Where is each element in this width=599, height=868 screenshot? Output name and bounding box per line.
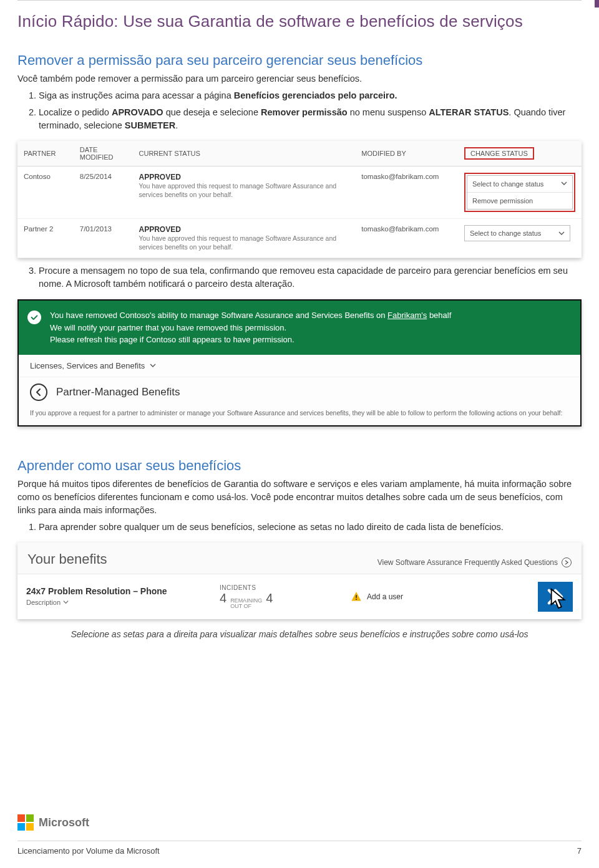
faq-link[interactable]: View Software Assurance Frequently Asked… (377, 557, 572, 567)
text: . (175, 120, 178, 130)
th-change-status: CHANGE STATUS (458, 141, 582, 166)
instruction-list-2: Procure a mensagem no topo de sua tela, … (17, 264, 582, 291)
footer-left-text: Licenciamento por Volume da Microsoft (17, 846, 160, 856)
confirmation-banner-screenshot: You have removed Contoso's ability to ma… (17, 299, 582, 426)
th-current-status: CURRENT STATUS (133, 141, 356, 166)
banner-line-1: You have removed Contoso's ability to ma… (50, 309, 570, 322)
benefit-row: 24x7 Problem Resolution – Phone Descript… (17, 574, 582, 619)
text: You have removed Contoso's ability to ma… (50, 311, 387, 320)
your-benefits-screenshot: Your benefits View Software Assurance Fr… (17, 542, 582, 619)
section-heading-learn-benefits: Aprender como usar seus benefícios (17, 458, 582, 474)
incidents-remaining: 4 (220, 591, 226, 605)
cell-change-status: Select to change status (458, 219, 582, 258)
status-approved: APPROVED (139, 173, 349, 181)
status-description: You have approved this request to manage… (139, 181, 349, 199)
page-heading-row: Partner-Managed Benefits (19, 377, 580, 408)
cell-status: APPROVED You have approved this request … (133, 219, 356, 258)
dropdown-selected[interactable]: Select to change status (467, 176, 572, 193)
table-row: Contoso 8/25/2014 APPROVED You have appr… (17, 166, 582, 219)
svg-rect-0 (356, 595, 357, 598)
partner-table: PARTNER DATE MODIFIED CURRENT STATUS MOD… (17, 141, 582, 258)
status-approved: APPROVED (139, 225, 349, 234)
your-benefits-title: Your benefits (27, 551, 107, 567)
th-date-modified: DATE MODIFIED (74, 141, 133, 166)
breadcrumb-label: Licenses, Services and Benefits (30, 361, 145, 370)
microsoft-logo-icon (17, 814, 34, 831)
text: behalf (427, 311, 451, 320)
instruction-list-3: Para aprender sobre qualquer um de seus … (17, 521, 582, 534)
text: no menu suspenso (348, 107, 429, 117)
status-description: You have approved this request to manage… (139, 234, 349, 251)
partner-table-screenshot: PARTNER DATE MODIFIED CURRENT STATUS MOD… (17, 141, 582, 258)
dropdown-label: Select to change status (472, 180, 543, 188)
dropdown-label: Select to change status (470, 229, 541, 237)
figure-caption: Selecione as setas para a direita para v… (17, 629, 582, 639)
page-title: Início Rápido: Use sua Garantia de softw… (17, 1, 582, 35)
success-banner: You have removed Contoso's ability to ma… (19, 301, 580, 355)
benefit-info: 24x7 Problem Resolution – Phone Descript… (26, 586, 213, 607)
chevron-down-icon (150, 361, 156, 370)
cell-date: 8/25/2014 (74, 166, 133, 219)
section2-paragraph: Porque há muitos tipos diferentes de ben… (17, 478, 582, 517)
faq-label: View Software Assurance Frequently Asked… (377, 558, 558, 567)
microsoft-logo: Microsoft (17, 814, 89, 831)
benefit-description-toggle[interactable]: Description (26, 599, 69, 606)
dropdown-option-remove-permission[interactable]: Remove permission (467, 193, 572, 209)
footer-rule (17, 841, 582, 841)
text: Localize o pedido (39, 107, 112, 117)
microsoft-logo-text: Microsoft (39, 816, 89, 829)
incidents-label: INCIDENTS (220, 584, 344, 591)
banner-line-3: Please refresh this page if Contoso stil… (50, 334, 570, 346)
cell-date: 7/01/2013 (74, 219, 133, 258)
chevron-down-icon (63, 599, 69, 605)
instruction-list-1: Siga as instruções acima para acessar a … (17, 89, 582, 132)
partner-managed-benefits-title: Partner-Managed Benefits (56, 386, 180, 398)
incidents-block: INCIDENTS 4 REMAINING OUT OF 4 (220, 584, 344, 609)
highlighted-header: CHANGE STATUS (464, 147, 534, 160)
text: Siga as instruções acima para acessar a … (39, 90, 234, 100)
underlined-text: Fabrikam's (387, 311, 427, 320)
text: que deseja e selecione (163, 107, 261, 117)
page-accent-purple (595, 0, 599, 7)
cell-partner: Contoso (17, 166, 74, 219)
bold-text: Remover permissão (261, 107, 348, 117)
footer-page-number: 7 (577, 846, 582, 856)
page-footer: Microsoft Licenciamento por Volume da Mi… (0, 814, 599, 856)
th-modified-by: MODIFIED BY (355, 141, 458, 166)
cell-change-status: Select to change status Remove permissio… (458, 166, 582, 219)
add-user-warning[interactable]: Add a user (351, 591, 469, 602)
description-label: Description (26, 599, 61, 606)
cell-status: APPROVED You have approved this request … (133, 166, 356, 219)
table-row: Partner 2 7/01/2013 APPROVED You have ap… (17, 219, 582, 258)
change-status-dropdown[interactable]: Select to change status (464, 225, 570, 241)
cursor-icon (548, 588, 569, 609)
cell-modified-by: tomasko@fabrikam.com (355, 219, 458, 258)
back-button[interactable] (30, 383, 47, 401)
change-status-dropdown-highlighted[interactable]: Select to change status Remove permissio… (464, 173, 575, 212)
pmb-description: If you approve a request for a partner t… (19, 408, 580, 425)
instruction-step-3: Procure a mensagem no topo de sua tela, … (39, 264, 582, 291)
banner-line-2: We will notify your partner that you hav… (50, 322, 570, 334)
svg-rect-1 (356, 599, 357, 600)
incidents-mid-text: REMAINING OUT OF (230, 598, 262, 609)
instruction-step-2: Localize o pedido APROVADO que deseja e … (39, 106, 582, 132)
warning-icon (351, 591, 362, 602)
checkmark-icon (27, 311, 41, 324)
instruction-step-1: Siga as instruções acima para acessar a … (39, 89, 582, 102)
instruction-learn-step-1: Para aprender sobre qualquer um de seus … (39, 521, 582, 534)
bold-text: ALTERAR STATUS (429, 107, 509, 117)
th-partner: PARTNER (17, 141, 74, 166)
chevron-down-icon (561, 180, 567, 188)
benefit-name: 24x7 Problem Resolution – Phone (26, 586, 213, 596)
cell-modified-by: tomasko@fabrikam.com (355, 166, 458, 219)
your-benefits-header: Your benefits View Software Assurance Fr… (17, 542, 582, 574)
cell-partner: Partner 2 (17, 219, 74, 258)
section-intro: Você também pode remover a permissão par… (17, 72, 582, 85)
bold-text: Benefícios gerenciados pelo parceiro. (234, 90, 397, 100)
bold-text: APROVADO (112, 107, 163, 117)
bold-text: SUBMETER (125, 120, 175, 130)
breadcrumb-dropdown[interactable]: Licenses, Services and Benefits (19, 355, 580, 377)
text: OUT OF (230, 604, 262, 609)
section-heading-remove-permission: Remover a permissão para seu parceiro ge… (17, 52, 582, 69)
expand-benefit-button[interactable] (538, 582, 573, 612)
